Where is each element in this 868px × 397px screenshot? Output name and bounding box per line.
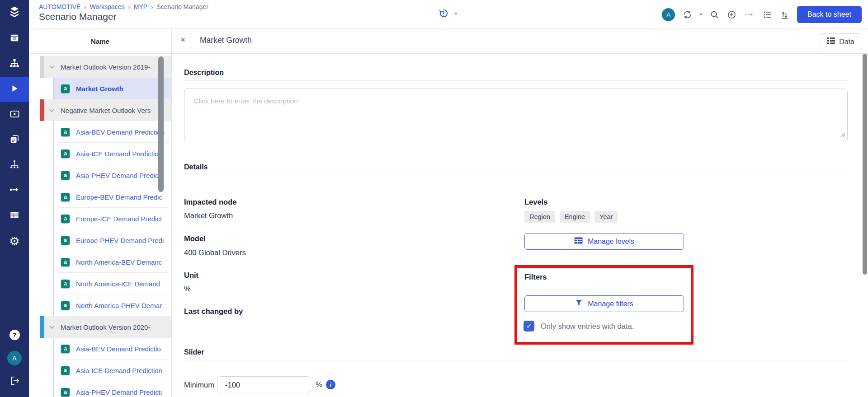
tree-item-row[interactable]: aAsia-PHEV Demand Predicti [53, 381, 171, 397]
sidebar-item-network[interactable] [0, 153, 29, 178]
tree-group-row[interactable]: Market Outlook Version 2019- [40, 56, 171, 78]
jump-arrow-icon[interactable] [744, 9, 755, 20]
description-textarea[interactable] [184, 89, 848, 142]
breadcrumb-separator: › [84, 4, 86, 10]
import-export-icon[interactable] [780, 10, 789, 19]
node-type-icon: a [61, 366, 70, 375]
node-type-icon: a [61, 84, 70, 93]
table-icon [9, 210, 19, 222]
sidebar-item-table[interactable] [0, 203, 29, 229]
sidebar-item-org-chart[interactable] [0, 51, 29, 77]
model-value: 400 Global Drivers [184, 248, 246, 257]
refresh-icon[interactable] [683, 10, 692, 19]
breadcrumb-separator: › [151, 4, 153, 10]
filters-label: Filters [524, 273, 547, 281]
tree-item-label[interactable]: North America-BEV Demanc [76, 258, 162, 266]
tree-item-label[interactable]: Europe-ICE Demand Predict [76, 215, 162, 223]
node-type-icon: a [61, 171, 70, 180]
sidebar-item-gear[interactable]: ⚙ [0, 229, 29, 254]
tree-group-row[interactable]: Negative Market Outlook Vers [40, 99, 171, 121]
breadcrumb-current: Scenario Manager [156, 3, 208, 10]
level-chip: Year [594, 211, 618, 223]
description-box [184, 89, 848, 142]
sidebar-avatar-button[interactable]: A [0, 346, 29, 370]
detail-panel: × Market Growth Data Description Details… [172, 29, 868, 397]
tree-header: Name [29, 29, 171, 54]
tree-scrollbar[interactable] [158, 56, 164, 192]
refresh-caret-icon[interactable]: ▾ [700, 12, 702, 17]
tree-item-label[interactable]: North America-PHEV Demar [76, 302, 162, 309]
tree-item-label[interactable]: Europe-BEV Demand Predic [76, 193, 162, 201]
main-scrollbar[interactable] [863, 54, 867, 275]
chevron-down-icon[interactable] [48, 107, 55, 114]
impacted-node-label: Impacted node [184, 198, 236, 206]
gear-icon: ⚙ [9, 235, 19, 247]
only-show-entries-checkbox[interactable]: ✓ [524, 321, 534, 332]
breadcrumb-separator: › [128, 4, 130, 10]
manage-levels-label: Manage levels [588, 238, 634, 246]
chevron-down-icon[interactable] [48, 324, 55, 331]
sidebar-item-archive[interactable] [0, 26, 29, 51]
logout-icon [9, 376, 19, 388]
tree-group-label: Negative Market Outlook Vers [61, 107, 151, 114]
add-icon[interactable] [727, 10, 736, 19]
sidebar-item-play[interactable] [0, 77, 29, 102]
manage-filters-button[interactable]: Manage filters [524, 295, 684, 312]
tree-item-label[interactable]: Asia-BEV Demand Predictio [76, 345, 161, 353]
level-chip: Engine [560, 211, 590, 223]
help-button[interactable]: ? [0, 323, 29, 346]
tree-item-row[interactable]: aNorth America-ICE Demand [53, 273, 171, 294]
avatar: A [7, 351, 22, 365]
tree-item-row[interactable]: aAsia-ICE Demand Prediction [53, 143, 171, 164]
breadcrumb-link[interactable]: AUTOMOTIVE [39, 3, 80, 10]
tree-item-row[interactable]: aNorth America-BEV Demanc [53, 251, 171, 273]
history-control: ▾ [439, 8, 457, 19]
back-to-sheet-button[interactable]: Back to sheet [797, 6, 862, 23]
list-view-icon[interactable] [763, 10, 772, 19]
info-icon[interactable]: i [326, 380, 335, 389]
tree-item-row[interactable]: aAsia-ICE Demand Prediction [53, 360, 171, 381]
tree-item-label[interactable]: Asia-ICE Demand Prediction [76, 367, 162, 374]
chevron-down-icon[interactable] [48, 64, 55, 70]
tree-item-row[interactable]: aEurope-ICE Demand Predict [53, 208, 171, 229]
data-grid-icon [827, 37, 835, 46]
tree-item-label[interactable]: Asia-PHEV Demand Predicti [76, 172, 162, 179]
history-icon[interactable] [439, 8, 449, 19]
tree-item-row[interactable]: aNorth America-PHEV Demar [53, 294, 171, 316]
history-caret-icon[interactable]: ▾ [455, 11, 457, 16]
sidebar-item-flow-arrow[interactable] [0, 178, 29, 203]
tree-item-row[interactable]: aAsia-BEV Demand Prediction [53, 121, 171, 143]
tree-item-row[interactable]: aAsia-PHEV Demand Predicti [53, 164, 171, 186]
description-heading: Description [184, 69, 224, 77]
tree-item-row[interactable]: aMarket Growth [53, 78, 171, 99]
tree-item-row[interactable]: aEurope-PHEV Demand Predi [53, 229, 171, 251]
sidebar-item-screens[interactable] [0, 127, 29, 153]
breadcrumb-link[interactable]: Workspaces [90, 3, 125, 10]
app-logo[interactable] [0, 0, 29, 26]
tree-item-row[interactable]: aEurope-BEV Demand Predic [53, 186, 171, 208]
close-icon[interactable]: × [180, 35, 185, 45]
impacted-node-value: Market Growth [184, 211, 233, 220]
group-accent-bar [40, 99, 44, 121]
tree-item-label[interactable]: Asia-BEV Demand Prediction [76, 128, 165, 136]
user-avatar[interactable]: A [662, 8, 675, 21]
unit-value: % [184, 285, 191, 293]
minimum-input[interactable] [217, 376, 310, 393]
data-button[interactable]: Data [820, 33, 862, 50]
manage-filters-label: Manage filters [588, 300, 633, 308]
breadcrumb-link[interactable]: MYP [134, 3, 147, 10]
scenario-tree-panel: Name Market Outlook Version 2019-aMarket… [29, 29, 172, 397]
search-icon[interactable] [710, 10, 719, 19]
tree-item-row[interactable]: aAsia-BEV Demand Predictio [53, 338, 171, 360]
tree-group-row[interactable]: Market Outlook Version 2020- [40, 316, 171, 338]
tree-item-label[interactable]: Asia-ICE Demand Prediction [76, 150, 162, 158]
sidebar-item-video[interactable] [0, 102, 29, 127]
tree-item-label[interactable]: North America-ICE Demand [76, 280, 160, 288]
manage-levels-button[interactable]: Manage levels [524, 233, 684, 250]
node-type-icon: a [61, 280, 70, 288]
tree-item-label[interactable]: Europe-PHEV Demand Predi [76, 237, 164, 244]
tree-item-label[interactable]: Market Growth [76, 85, 123, 93]
logout-button[interactable] [0, 370, 29, 393]
tree-item-label[interactable]: Asia-PHEV Demand Predicti [76, 388, 162, 396]
detail-panel-header: × Market Growth Data [172, 29, 868, 54]
